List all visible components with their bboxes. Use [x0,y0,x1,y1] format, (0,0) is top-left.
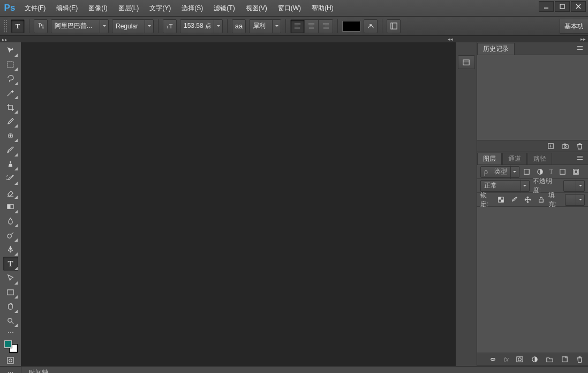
menu-type[interactable]: 文字(Y) [144,0,176,17]
foreground-color[interactable] [4,340,12,348]
zoom-tool[interactable] [3,314,18,328]
font-style-dropdown[interactable]: Regular [112,19,154,33]
lock-pixels-icon[interactable] [497,196,505,204]
filter-adjust-icon[interactable] [536,168,544,176]
svg-point-33 [9,359,12,362]
tab-paths[interactable]: 路径 [527,153,552,165]
align-center-button[interactable] [305,20,319,33]
expand-panels-icon[interactable]: ▸▸ [581,36,586,42]
eraser-tool[interactable] [3,186,18,200]
panel-menu-icon[interactable] [577,154,586,162]
expand-tools-icon[interactable]: ▸▸ [2,37,7,42]
eyedropper-tool[interactable] [3,115,18,129]
fill-field[interactable] [565,194,585,206]
history-list[interactable] [477,55,588,140]
healing-brush-tool[interactable] [3,129,18,143]
layer-mask-icon[interactable] [516,355,524,363]
snapshot-icon[interactable] [561,142,569,150]
type-tool[interactable]: T [3,257,18,271]
workspace-switcher[interactable]: 基本功 [560,19,588,34]
layers-panel: 图层 通道 路径 ρ 类型 [477,152,588,366]
move-tool[interactable] [3,43,18,57]
layers-list[interactable] [477,207,588,353]
new-doc-from-state-icon[interactable] [547,142,555,150]
menu-edit[interactable]: 编辑(E) [51,0,83,17]
gradient-tool[interactable] [3,200,18,214]
lock-all-icon[interactable] [537,196,545,204]
lock-move-icon[interactable] [524,196,532,204]
menu-image[interactable]: 图像(I) [83,0,112,17]
rect-marquee-tool[interactable] [3,58,18,72]
layers-tabbar: 图层 通道 路径 [477,152,588,165]
new-layer-icon[interactable] [561,355,569,363]
tab-history[interactable]: 历史记录 [477,43,515,55]
character-panel-button[interactable] [387,19,401,33]
timeline-title[interactable]: 时间轴 [21,368,56,374]
pen-tool[interactable] [3,243,18,257]
rectangle-shape-tool[interactable] [3,286,18,300]
color-swatches[interactable] [3,339,18,353]
layer-fx-icon[interactable]: fx [504,356,509,363]
history-brush-tool[interactable] [3,171,18,185]
layer-kind-dropdown[interactable]: ρ 类型 [480,166,519,178]
canvas-area[interactable] [21,42,455,366]
trash-icon[interactable] [576,142,584,150]
options-grip[interactable] [3,19,7,33]
menu-select[interactable]: 选择(S) [176,0,208,17]
filter-smart-icon[interactable] [572,168,580,176]
magic-wand-tool[interactable] [3,86,18,100]
mini-panel-button[interactable] [458,55,475,69]
timeline-grip[interactable] [0,367,21,374]
align-right-button[interactable] [319,20,333,33]
clone-stamp-tool[interactable] [3,158,18,171]
svg-point-50 [518,358,522,361]
warp-text-button[interactable]: T [364,19,378,33]
history-tabbar: 历史记录 [477,42,588,55]
group-icon[interactable] [546,355,554,363]
menu-window[interactable]: 窗口(W) [273,0,306,17]
text-color-swatch[interactable] [342,21,360,32]
menu-layer[interactable]: 图层(L) [113,0,145,17]
filter-type-icon[interactable]: T [549,168,553,176]
opacity-field[interactable] [563,180,585,192]
trash-icon[interactable] [576,355,584,363]
font-family-dropdown[interactable]: 阿里巴巴普... [51,19,109,33]
filter-pixel-icon[interactable] [523,168,531,176]
window-maximize-button[interactable] [555,1,570,12]
font-size-field[interactable] [180,19,223,33]
align-left-button[interactable] [291,20,305,33]
antialias-dropdown[interactable]: 犀利 [249,19,281,33]
font-style-value: Regular [112,23,145,30]
window-close-button[interactable] [571,1,586,12]
chevron-down-icon [576,180,584,192]
collapse-mini-icon[interactable]: ◂◂ [448,36,453,42]
right-dock: 历史记录 图层 通道 路径 [455,42,588,366]
tool-preset-button[interactable]: T [11,19,25,33]
font-size-input[interactable] [180,20,214,33]
hand-tool[interactable] [3,300,18,314]
brush-tool[interactable] [3,143,18,157]
panel-menu-icon[interactable] [577,44,586,52]
link-layers-icon[interactable] [489,355,497,363]
text-orientation-toggle[interactable] [34,19,48,33]
crop-tool[interactable] [3,100,18,114]
path-select-tool[interactable] [3,271,18,285]
window-minimize-button[interactable] [539,1,554,12]
layer-filter-icons: T [523,168,580,176]
tab-channels[interactable]: 通道 [502,153,527,165]
menu-file[interactable]: 文件(F) [19,0,51,17]
menu-bar: Ps 文件(F) 编辑(E) 图像(I) 图层(L) 文字(Y) 选择(S) 滤… [0,0,588,17]
filter-shape-icon[interactable] [559,168,567,176]
quickmask-toggle[interactable] [3,355,18,367]
dodge-tool[interactable] [3,228,18,242]
tab-layers[interactable]: 图层 [477,153,502,165]
lock-icons [497,196,545,204]
lasso-tool[interactable] [3,72,18,86]
lock-brush-icon[interactable] [510,196,518,204]
menu-view[interactable]: 视图(V) [240,0,273,17]
blend-mode-dropdown[interactable]: 正常 [480,180,530,192]
blur-tool[interactable] [3,214,18,228]
menu-help[interactable]: 帮助(H) [306,0,339,17]
adjustment-layer-icon[interactable] [531,355,539,363]
menu-filter[interactable]: 滤镜(T) [208,0,240,17]
